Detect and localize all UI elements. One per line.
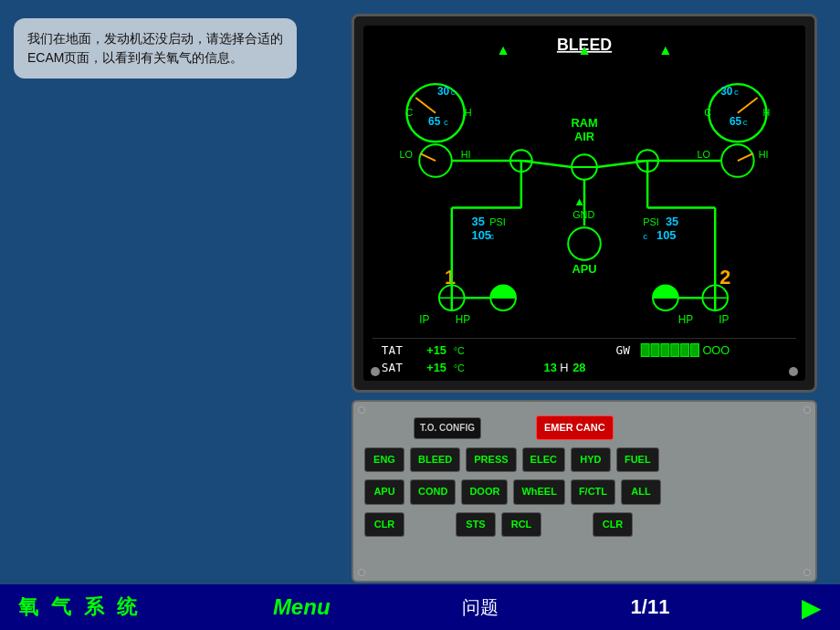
page-counter: 1/11 [631, 595, 670, 619]
speech-text: 我们在地面，发动机还没启动，请选择合适的ECAM页面，以看到有关氧气的信息。 [27, 31, 283, 65]
svg-rect-85 [691, 344, 699, 357]
svg-text:2: 2 [719, 266, 730, 289]
bottom-bar: 氧 气 系 统 Menu 问题 1/11 ▶ [0, 584, 840, 630]
svg-text:HP: HP [456, 313, 471, 326]
svg-text:105: 105 [472, 228, 491, 242]
btn-row-2: ENG BLEED PRESS ELEC HYD FUEL [364, 447, 804, 472]
svg-text:°C: °C [454, 345, 465, 356]
svg-text:GW: GW [616, 343, 631, 357]
svg-text:c: c [743, 117, 748, 127]
svg-text:c: c [444, 117, 448, 127]
btn-row-4: CLR STS RCL CLR [364, 512, 804, 537]
question-label[interactable]: 问题 [462, 595, 499, 620]
svg-text:H: H [763, 107, 771, 118]
sts-button[interactable]: STS [456, 512, 496, 537]
svg-text:105: 105 [656, 228, 676, 242]
svg-text:OOO: OOO [702, 343, 730, 357]
svg-rect-81 [651, 344, 659, 357]
btn-row-3: APU COND DOOR WhEEL F/CTL ALL [364, 479, 804, 504]
svg-text:c: c [643, 231, 647, 241]
door-button[interactable]: DOOR [461, 479, 508, 504]
next-arrow-icon[interactable]: ▶ [802, 593, 822, 623]
all-button[interactable]: ALL [621, 479, 661, 504]
speech-bubble: 我们在地面，发动机还没启动，请选择合适的ECAM页面，以看到有关氧气的信息。 [14, 18, 297, 79]
svg-text:▲: ▲ [658, 42, 673, 58]
to-config-button[interactable]: T.O. CONFIG [414, 417, 481, 439]
elec-button[interactable]: ELEC [522, 447, 565, 472]
bleed-button[interactable]: BLEED [410, 447, 460, 472]
svg-text:APU: APU [572, 262, 596, 276]
svg-text:TAT: TAT [382, 343, 403, 357]
svg-text:GND: GND [572, 209, 594, 220]
apu-button[interactable]: APU [364, 479, 404, 504]
ecam-panel: BLEED ▲ ▲ ▲ 30 c 65 c C H LO HI [352, 14, 817, 393]
svg-text:c: c [451, 87, 456, 97]
svg-text:▲: ▲ [577, 42, 592, 58]
rcl-button[interactable]: RCL [501, 512, 541, 537]
svg-text:▲: ▲ [496, 42, 510, 58]
svg-text:35: 35 [472, 215, 485, 228]
screw-tr [803, 406, 811, 414]
svg-text:°C: °C [454, 362, 465, 373]
svg-text:HI: HI [759, 149, 769, 160]
press-button[interactable]: PRESS [466, 447, 516, 472]
svg-text:+15: +15 [426, 361, 446, 374]
svg-text:28: 28 [572, 361, 585, 374]
svg-text:HI: HI [461, 149, 471, 160]
svg-line-15 [420, 153, 436, 161]
svg-text:65: 65 [428, 115, 441, 128]
hyd-button[interactable]: HYD [571, 447, 611, 472]
svg-text:c: c [734, 87, 739, 97]
svg-rect-84 [681, 344, 689, 357]
svg-line-35 [597, 161, 647, 167]
svg-line-17 [738, 98, 758, 113]
svg-text:IP: IP [419, 313, 429, 326]
svg-text:PSI: PSI [643, 216, 659, 227]
svg-text:IP: IP [719, 313, 729, 326]
svg-text:35: 35 [666, 215, 678, 228]
screw-br [803, 569, 811, 576]
svg-text:▲: ▲ [573, 194, 585, 208]
clr2-button[interactable]: CLR [593, 512, 633, 537]
fuel-button[interactable]: FUEL [616, 447, 659, 472]
svg-rect-82 [661, 344, 669, 357]
svg-text:SAT: SAT [382, 361, 403, 374]
svg-rect-83 [671, 344, 679, 357]
svg-text:H: H [465, 107, 472, 118]
svg-text:H: H [560, 361, 568, 374]
svg-line-27 [738, 153, 753, 161]
svg-text:65: 65 [730, 115, 742, 128]
svg-text:AIR: AIR [574, 130, 594, 143]
fctl-button[interactable]: F/CTL [571, 479, 615, 504]
emer-canc-button[interactable]: EMER CANC [536, 415, 614, 440]
screw-bl [358, 569, 365, 576]
cond-button[interactable]: COND [410, 479, 456, 504]
clr1-button[interactable]: CLR [364, 512, 404, 537]
svg-text:30: 30 [720, 85, 733, 98]
svg-text:RAM: RAM [571, 116, 597, 130]
svg-text:+15: +15 [426, 343, 446, 357]
eng-button[interactable]: ENG [364, 447, 404, 472]
system-title: 氧 气 系 统 [18, 593, 141, 621]
svg-text:LO: LO [697, 149, 710, 160]
ecam-screen: BLEED ▲ ▲ ▲ 30 c 65 c C H LO HI [363, 26, 805, 381]
svg-line-5 [415, 98, 436, 113]
svg-text:C: C [704, 107, 711, 118]
btn-row-1: T.O. CONFIG EMER CANC [364, 415, 804, 440]
menu-label[interactable]: Menu [273, 594, 331, 620]
svg-rect-80 [641, 344, 649, 357]
svg-text:c: c [489, 231, 494, 241]
svg-line-34 [521, 161, 572, 167]
svg-text:PSI: PSI [489, 216, 506, 227]
svg-text:30: 30 [437, 85, 450, 98]
control-panel: T.O. CONFIG EMER CANC ENG BLEED PRESS EL… [352, 400, 817, 583]
screw-tl [358, 406, 365, 414]
svg-text:C: C [405, 107, 413, 118]
wheel-button[interactable]: WhEEL [513, 479, 565, 504]
svg-text:LO: LO [400, 149, 414, 160]
svg-text:13: 13 [544, 361, 557, 374]
svg-point-43 [568, 227, 601, 260]
svg-text:HP: HP [678, 313, 694, 326]
